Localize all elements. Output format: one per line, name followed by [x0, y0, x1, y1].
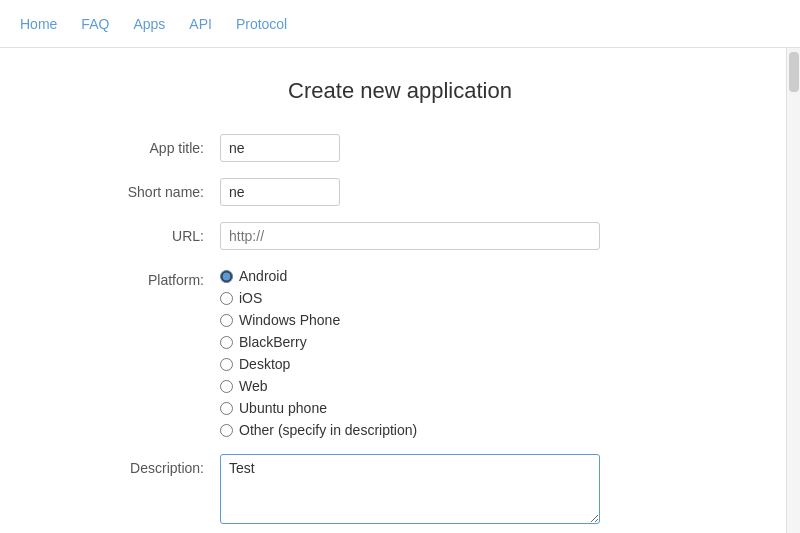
platform-other[interactable]: Other (specify in description)	[220, 422, 417, 438]
platform-web-label: Web	[239, 378, 268, 394]
page-title: Create new application	[20, 78, 780, 104]
platform-android[interactable]: Android	[220, 268, 417, 284]
platform-desktop-radio[interactable]	[220, 358, 233, 371]
description-group: Description: Test	[20, 454, 780, 524]
platform-blackberry-label: BlackBerry	[239, 334, 307, 350]
platform-windows-radio[interactable]	[220, 314, 233, 327]
app-title-group: App title:	[20, 134, 780, 162]
platform-web-radio[interactable]	[220, 380, 233, 393]
platform-android-radio[interactable]	[220, 270, 233, 283]
nav-api[interactable]: API	[189, 16, 212, 32]
main-nav: Home FAQ Apps API Protocol	[0, 0, 800, 48]
platform-ubuntu-radio[interactable]	[220, 402, 233, 415]
short-name-input[interactable]	[220, 178, 340, 206]
platform-web[interactable]: Web	[220, 378, 417, 394]
url-group: URL:	[20, 222, 780, 250]
platform-android-label: Android	[239, 268, 287, 284]
main-container: Create new application App title: Short …	[0, 48, 800, 533]
nav-protocol[interactable]: Protocol	[236, 16, 287, 32]
platform-ubuntu-label: Ubuntu phone	[239, 400, 327, 416]
platform-ios-label: iOS	[239, 290, 262, 306]
platform-other-radio[interactable]	[220, 424, 233, 437]
url-label: URL:	[20, 222, 220, 244]
platform-ios-radio[interactable]	[220, 292, 233, 305]
url-input[interactable]	[220, 222, 600, 250]
platform-windows-label: Windows Phone	[239, 312, 340, 328]
platform-ios[interactable]: iOS	[220, 290, 417, 306]
platform-other-label: Other (specify in description)	[239, 422, 417, 438]
platform-blackberry-radio[interactable]	[220, 336, 233, 349]
platform-group: Platform: Android iOS Windows Phone Blac…	[20, 266, 780, 438]
scrollbar[interactable]	[786, 48, 800, 533]
nav-apps[interactable]: Apps	[133, 16, 165, 32]
app-title-label: App title:	[20, 134, 220, 156]
nav-home[interactable]: Home	[20, 16, 57, 32]
platform-desktop-label: Desktop	[239, 356, 290, 372]
platform-desktop[interactable]: Desktop	[220, 356, 417, 372]
description-textarea[interactable]: Test	[220, 454, 600, 524]
description-label: Description:	[20, 454, 220, 476]
platform-options: Android iOS Windows Phone BlackBerry Des…	[220, 266, 417, 438]
platform-label: Platform:	[20, 266, 220, 288]
platform-ubuntu[interactable]: Ubuntu phone	[220, 400, 417, 416]
app-title-input[interactable]	[220, 134, 340, 162]
platform-windows-phone[interactable]: Windows Phone	[220, 312, 417, 328]
short-name-label: Short name:	[20, 178, 220, 200]
platform-blackberry[interactable]: BlackBerry	[220, 334, 417, 350]
short-name-group: Short name:	[20, 178, 780, 206]
scrollbar-thumb[interactable]	[789, 52, 799, 92]
nav-faq[interactable]: FAQ	[81, 16, 109, 32]
